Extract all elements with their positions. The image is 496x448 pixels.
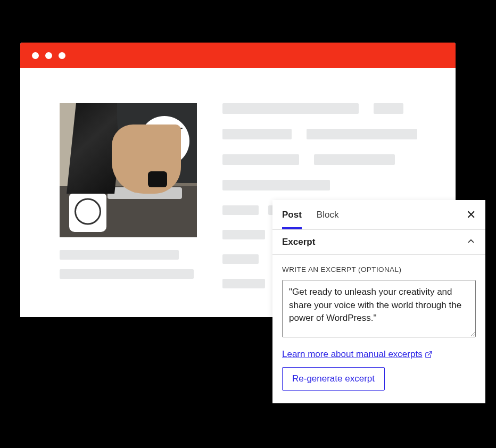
window-control-close[interactable]: [32, 52, 39, 59]
featured-image: W: [60, 103, 197, 237]
text-placeholder: [222, 279, 265, 288]
window-control-minimize[interactable]: [45, 52, 52, 59]
tab-post[interactable]: Post: [282, 200, 302, 229]
excerpt-section-title: Excerpt: [282, 237, 315, 247]
excerpt-section-body: Write an excerpt (optional) Learn more a…: [272, 255, 485, 403]
external-link-icon: [425, 351, 433, 359]
regenerate-excerpt-button[interactable]: Re-generate excerpt: [282, 367, 385, 391]
learn-more-link[interactable]: Learn more about manual excerpts: [282, 349, 433, 360]
text-placeholder: [222, 154, 299, 165]
close-icon[interactable]: ✕: [466, 208, 476, 222]
svg-line-0: [428, 351, 432, 355]
excerpt-textarea[interactable]: [282, 280, 476, 337]
excerpt-section-header[interactable]: Excerpt: [272, 230, 485, 255]
window-control-maximize[interactable]: [59, 52, 65, 59]
left-column: W: [60, 103, 197, 288]
text-placeholder: [307, 129, 417, 139]
text-placeholder: [222, 129, 292, 139]
text-placeholder: [222, 103, 359, 114]
text-placeholder: [314, 154, 395, 165]
text-placeholder: [222, 230, 265, 239]
text-placeholder: [374, 103, 403, 114]
text-placeholder: [222, 180, 330, 190]
settings-panel: Post Block ✕ Excerpt Write an excerpt (o…: [272, 200, 485, 403]
window-titlebar: [20, 43, 456, 68]
text-placeholder: [222, 205, 259, 215]
chevron-up-icon: [466, 236, 476, 248]
text-placeholder: [60, 269, 194, 279]
tab-block[interactable]: Block: [317, 200, 339, 229]
text-placeholder: [222, 254, 259, 264]
text-placeholder: [60, 250, 179, 260]
excerpt-field-label: Write an excerpt (optional): [282, 266, 476, 273]
panel-tabs: Post Block ✕: [272, 200, 485, 230]
